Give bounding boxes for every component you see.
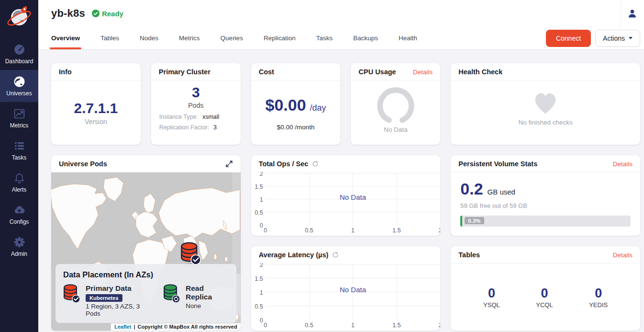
card-title: Health Check — [458, 68, 502, 76]
sidebar-item-label: Alerts — [12, 186, 27, 193]
sidebar-item-label: Metrics — [10, 122, 29, 129]
universe-pods-card: Universe Pods — [51, 155, 241, 331]
card-title: Info — [59, 68, 72, 76]
version-label: Version — [85, 118, 107, 126]
sidebar-item-universes[interactable]: Universes — [0, 70, 38, 102]
version-value: 2.7.1.1 — [74, 100, 118, 116]
health-check-card: Health Check No finished checks — [451, 63, 640, 145]
overview-content: Info 2.7.1.1 Version Primary Cluster 3 P… — [38, 50, 644, 331]
tables-details-link[interactable]: Details — [613, 252, 633, 259]
primary-data-label: Primary Data — [86, 284, 152, 293]
instance-type-row: Instance Type: xsmall — [159, 112, 233, 123]
sidebar-item-label: Admin — [11, 251, 27, 257]
legend-title: Data Placement (In AZs) — [63, 270, 229, 279]
universe-tabs: Overview Tables Nodes Metrics Queries Re… — [51, 27, 417, 49]
tab-backups[interactable]: Backups — [353, 27, 378, 49]
volume-details-link[interactable]: Details — [613, 160, 633, 168]
tab-overview[interactable]: Overview — [51, 27, 80, 49]
tab-metrics[interactable]: Metrics — [179, 27, 200, 49]
replica-database-icon — [163, 284, 180, 303]
globe-icon — [13, 75, 25, 88]
page-title: yb-k8s — [51, 7, 85, 20]
tables-card: Tables Details 0 YSQL 0 YCQL 0 — [451, 246, 640, 331]
average-latency-card: Average Latency (µs) 00.511.5200.511.52N… — [251, 246, 441, 331]
actions-button[interactable]: Actions — [595, 30, 640, 47]
usage-progress-fill — [460, 216, 462, 227]
status-text: Ready — [102, 10, 123, 18]
data-placement-legend: Data Placement (In AZs) — [56, 264, 236, 323]
gauge-arc-icon — [368, 86, 423, 124]
replication-factor-row: Replication Factor: 3 — [159, 123, 233, 133]
map-attribution: Leaflet | Copyright © MapBox All rights … — [111, 323, 241, 331]
sidebar-item-label: Dashboard — [5, 58, 33, 65]
read-replica-entry: Read Replica None — [163, 284, 229, 317]
average-latency-chart: 00.511.5200.511.52No Data — [251, 263, 441, 331]
card-title: Primary Cluster — [159, 68, 211, 76]
user-icon[interactable] — [627, 9, 637, 19]
sidebar-item-alerts[interactable]: Alerts — [0, 166, 38, 198]
card-title: Persistent Volume Stats — [458, 160, 537, 168]
world-map[interactable]: Data Placement (In AZs) — [51, 172, 241, 331]
check-circle-icon — [92, 10, 100, 17]
metrics-chart-icon — [13, 107, 25, 120]
cost-per-month: $0.00 /month — [277, 124, 315, 131]
card-title: CPU Usage — [358, 68, 396, 76]
persistent-volume-card: Persistent Volume Stats Details 0.2 GB u… — [451, 155, 640, 236]
ycql-count: 0 YCQL — [536, 286, 553, 309]
chevron-down-icon — [629, 37, 633, 39]
refresh-icon[interactable] — [312, 160, 319, 167]
usage-progress-bar: 0.3% — [460, 216, 631, 227]
tab-replication[interactable]: Replication — [264, 27, 296, 49]
gb-used-unit: GB used — [488, 188, 515, 196]
header-divider — [621, 0, 621, 27]
tab-tables[interactable]: Tables — [100, 27, 119, 49]
sidebar-item-admin[interactable]: Admin — [0, 230, 38, 263]
usage-percent-chip: 0.3% — [465, 217, 484, 224]
primary-data-entry: Primary Data Kubernetes 1 Region, 3 AZS,… — [63, 284, 152, 317]
card-title: Cost — [259, 68, 274, 76]
sidebar-item-metrics[interactable]: Metrics — [0, 102, 38, 134]
sidebar-item-label: Configs — [10, 218, 29, 225]
sidebar-item-label: Universes — [6, 90, 32, 97]
ysql-count: 0 YSQL — [483, 286, 500, 309]
app-root: Dashboard Universes Metrics — [0, 0, 644, 332]
refresh-icon[interactable] — [332, 252, 339, 258]
status-badge: Ready — [92, 10, 123, 18]
sidebar-item-dashboard[interactable]: Dashboard — [0, 38, 38, 70]
tab-tasks[interactable]: Tasks — [316, 27, 333, 49]
yedis-count: 0 YEDIS — [589, 286, 608, 309]
tab-nodes[interactable]: Nodes — [140, 27, 158, 49]
placement-summary: 1 Region, 3 AZS, 3 Pods — [86, 303, 152, 317]
cpu-usage-card: CPU Usage Details No Data — [351, 63, 440, 145]
cost-per-day: $0.00 — [266, 96, 306, 114]
gear-icon — [13, 236, 25, 248]
pods-label: Pods — [188, 102, 203, 109]
expand-icon[interactable] — [225, 160, 233, 168]
sidebar-item-tasks[interactable]: Tasks — [0, 134, 38, 166]
bell-icon — [13, 172, 25, 184]
task-list-icon — [13, 139, 25, 152]
leaflet-link[interactable]: Leaflet — [114, 324, 131, 330]
cpu-details-link[interactable]: Details — [413, 69, 433, 76]
yugabyte-logo-icon[interactable] — [5, 3, 33, 31]
sidebar-item-configs[interactable]: Configs — [0, 198, 38, 230]
read-replica-value: None — [186, 302, 229, 309]
total-ops-chart: 00.511.5200.511.52No Data — [251, 172, 441, 236]
connect-button[interactable]: Connect — [546, 30, 591, 47]
read-replica-label: Read Replica — [186, 284, 229, 301]
gb-used-value: 0.2 — [460, 180, 483, 198]
sidebar: Dashboard Universes Metrics — [0, 0, 38, 332]
free-space-label: 59 GB free out of 59 GB — [460, 202, 631, 209]
sidebar-item-label: Tasks — [12, 154, 27, 161]
cost-card: Cost $0.00 /day $0.00 /month — [251, 63, 341, 145]
info-card: Info 2.7.1.1 Version — [51, 63, 141, 145]
chart-title: Average Latency (µs) — [259, 251, 329, 259]
tab-health[interactable]: Health — [399, 27, 417, 49]
kubernetes-badge: Kubernetes — [86, 294, 122, 302]
tab-queries[interactable]: Queries — [221, 27, 243, 49]
copyright-text: Copyright © MapBox All rights reserved — [137, 324, 237, 330]
primary-cluster-card: Primary Cluster 3 Pods Instance Type: xs… — [151, 63, 241, 145]
chart-title: Total Ops / Sec — [259, 160, 309, 168]
topbar: yb-k8s Ready — [38, 0, 644, 50]
pods-count: 3 — [192, 84, 200, 101]
